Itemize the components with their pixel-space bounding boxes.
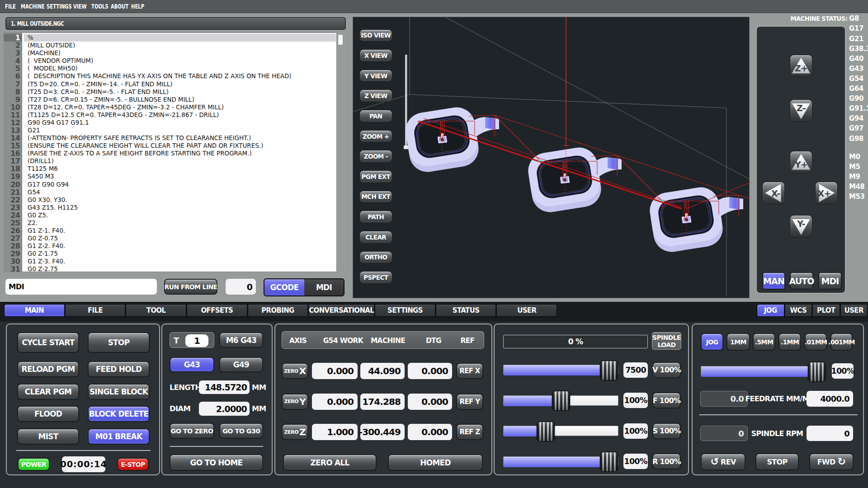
gcode-line-row[interactable]: 17(DRILL1) [4, 157, 337, 165]
gcode-line-row[interactable]: 6( DESCRIPTION THIS MACHINE HAS YX AXIS … [4, 72, 337, 80]
menu-item-settings[interactable]: SETTINGS [47, 0, 72, 13]
slider-handle[interactable] [537, 422, 555, 441]
gcode-line-row[interactable]: 1% [4, 34, 337, 42]
slider-handle[interactable] [600, 361, 618, 380]
gcode-line-row[interactable]: 31G0 Z-2.75 [4, 265, 337, 272]
gcode-line-row[interactable]: 15(ENSURE THE CLEARANCE HEIGHT WILL CLEA… [4, 142, 337, 150]
preview-button-path[interactable]: PATH [359, 211, 393, 223]
tab-conversational[interactable]: CONVERSATIONAL [309, 305, 375, 316]
preview-button-pspect[interactable]: PSPECT [359, 271, 393, 284]
gcode-line-row[interactable]: 21G54 [4, 188, 337, 196]
reload-pgm-button[interactable]: RELOAD PGM [17, 361, 79, 377]
gcode-line-row[interactable]: 10(T28 D=12. CR=0. TAPER=45DEG - ZMIN=-3… [4, 103, 337, 111]
menu-item-about[interactable]: ABOUT [111, 0, 128, 13]
gcode-line-row[interactable]: 29G0 Z-1.75 [4, 250, 337, 258]
tab-user[interactable]: USER [497, 305, 557, 316]
jog-mode-001mm-button[interactable]: .001MM [830, 333, 853, 351]
clear-pgm-button[interactable]: CLEAR PGM [17, 384, 79, 400]
gcode-line-row[interactable]: 20G17 G90 G94 [4, 181, 337, 188]
estop-button[interactable]: E-STOP [117, 458, 149, 471]
m01-break-button[interactable]: M01 BREAK [88, 428, 150, 445]
jog-mode-1mm-button[interactable]: 1MM [726, 333, 750, 351]
slider-handle[interactable] [808, 362, 826, 382]
gcode-line-row[interactable]: 19S450 M3 [4, 173, 337, 180]
ref-y-button[interactable]: REF Y [456, 394, 483, 410]
gcode-line-row[interactable]: 30G1 Z-3. F40. [4, 258, 337, 265]
run-from-line-button[interactable]: RUN FROM LINE [164, 279, 217, 295]
tab-status[interactable]: STATUS [436, 305, 497, 316]
gcode-line-row[interactable]: 8(T25 D=3. CR=0. - ZMIN=-5. - FLAT END M… [4, 88, 337, 96]
gcode-scrollbar-thumb[interactable] [338, 34, 343, 45]
homed-button[interactable]: HOMED [388, 454, 483, 471]
preview-button-clear[interactable]: CLEAR [359, 231, 393, 244]
gcode-line-row[interactable]: 27G0 Z-0.75 [4, 235, 337, 242]
preview-button-zoom--[interactable]: ZOOM - [359, 150, 393, 163]
jog-mode-01mm-button[interactable]: .01MM [805, 333, 827, 351]
spindle-fwd-button[interactable]: FWD↻ [809, 453, 854, 470]
mdi-input[interactable]: MDI [5, 279, 157, 295]
runfromline-override-slider[interactable] [503, 456, 618, 467]
gcode-line-row[interactable]: 28G1 Z-2. F40. [4, 242, 337, 250]
mode-auto-button[interactable]: AUTO [790, 272, 813, 290]
runfromline-override-button[interactable]: R 100% [652, 453, 681, 469]
gcode-line-row[interactable]: 23G43 Z15. H1125 [4, 204, 337, 211]
menu-item-tools[interactable]: TOOLS [91, 0, 108, 13]
menu-item-view[interactable]: VIEW [73, 0, 87, 13]
menu-item-help[interactable]: HELP [131, 0, 144, 13]
slider-handle[interactable] [552, 391, 570, 411]
gcode-line-row[interactable]: 16(RAISE THE Z-AXIS TO A SAFE HEIGHT BEF… [4, 150, 337, 157]
preview-button-iso-view[interactable]: ISO VIEW [359, 29, 393, 42]
zero-x-button[interactable]: ZEROX [282, 363, 308, 379]
tab-offsets[interactable]: OFFSETS [187, 305, 248, 316]
gcode-line-row[interactable]: 22G0 X30. Y30. [4, 196, 337, 204]
spindle-override-button[interactable]: S 100% [652, 423, 681, 439]
jog-z-minus-button[interactable]: Z- [790, 99, 812, 122]
mode-man-button[interactable]: MAN [762, 272, 785, 290]
block-delete-button[interactable]: BLOCK DELETE [88, 406, 150, 422]
zero-z-button[interactable]: ZEROZ [282, 424, 308, 440]
tab-settings[interactable]: SETTINGS [375, 305, 436, 316]
side-tab-user[interactable]: USER [841, 305, 868, 316]
jog-z-plus-button[interactable]: Z+ [790, 55, 812, 77]
spindle-rev-button[interactable]: ↺REV [701, 453, 745, 470]
gcode-line-row[interactable]: 26G1 Z-1. F40. [4, 227, 337, 235]
g43-button[interactable]: G43 [170, 357, 214, 372]
feed-override-slider[interactable] [503, 395, 618, 406]
tab-main[interactable]: MAIN [5, 305, 66, 316]
g49-button[interactable]: G49 [219, 357, 263, 372]
rapid-override-slider[interactable] [503, 365, 618, 375]
gcode-line-row[interactable]: 14(-ATTENTION- PROPERTY SAFE RETRACTS IS… [4, 134, 337, 142]
jog-y-plus-button[interactable]: Y+ [790, 151, 812, 174]
jog-mode-jog-button[interactable]: JOG [701, 333, 723, 351]
gcode-line-row[interactable]: 13G21 [4, 127, 337, 134]
feed-hold-button[interactable]: FEED HOLD [88, 361, 150, 377]
gcode-line-row[interactable]: 12G90 G94 G17 G91.1 [4, 119, 337, 127]
mode-mdi-button[interactable]: MDI [818, 272, 842, 290]
gcode-line-row[interactable]: 25Z2. [4, 219, 337, 227]
gcode-line-row[interactable]: 4( VENDOR OPTIMUM) [4, 57, 337, 65]
menu-item-file[interactable]: FILE [5, 0, 16, 13]
preview-button-zoom-plus[interactable]: ZOOM + [359, 130, 393, 143]
spindle-override-slider[interactable] [503, 426, 618, 436]
side-tab-jog[interactable]: JOG [757, 305, 785, 316]
tab-probing[interactable]: PROBING [248, 305, 309, 316]
preview-button-x-view[interactable]: X VIEW [359, 49, 393, 62]
jog-mode-5mm-button[interactable]: .5MM [753, 333, 775, 351]
side-tab-plot[interactable]: PLOT [813, 305, 841, 316]
go-to-zero-button[interactable]: GO TO ZERO [170, 423, 214, 439]
flood-button[interactable]: FLOOD [17, 406, 79, 422]
tab-tool[interactable]: TOOL [126, 305, 187, 316]
gcode-line-row[interactable]: 2(MILL OUTSIDE) [4, 42, 337, 49]
ref-x-button[interactable]: REF X [456, 363, 483, 379]
preview-button-pan[interactable]: PAN [359, 110, 393, 122]
spindle-load-button[interactable]: SPINDLELOAD [652, 332, 681, 350]
jog-mode-1mm-button[interactable]: .1MM [778, 333, 801, 351]
preview-button-ortho[interactable]: ORTHO [359, 251, 393, 264]
gcode-line-row[interactable]: 24G0 Z5. [4, 211, 337, 219]
go-to-home-button[interactable]: GO TO HOME [170, 454, 263, 471]
gcode-line-row[interactable]: 11(T1125 D=12.5 CR=0. TAPER=43DEG - ZMIN… [4, 111, 337, 119]
side-tab-wcs[interactable]: WCS [785, 305, 813, 316]
jog-x-minus-button[interactable]: X- [762, 182, 785, 204]
preview-button-mch-ext[interactable]: MCH EXT [359, 191, 393, 203]
zero-y-button[interactable]: ZEROY [282, 394, 308, 410]
